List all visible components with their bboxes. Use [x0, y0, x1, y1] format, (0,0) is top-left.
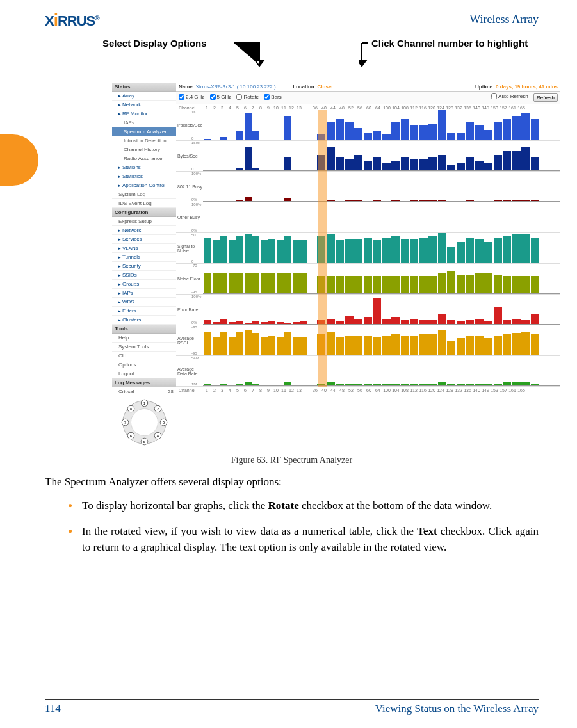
bar[interactable]	[466, 238, 474, 263]
refresh-button[interactable]: Refresh	[533, 93, 558, 102]
bar[interactable]	[475, 336, 484, 355]
bar[interactable]	[293, 337, 300, 355]
bar[interactable]	[277, 240, 284, 263]
bar[interactable]	[428, 157, 437, 171]
bar[interactable]	[419, 334, 428, 355]
sidebar-item[interactable]: Channel History	[112, 145, 176, 154]
bar[interactable]	[438, 110, 446, 140]
bar[interactable]	[447, 247, 455, 263]
bar[interactable]	[475, 273, 484, 294]
bar[interactable]	[213, 273, 220, 294]
bar[interactable]	[213, 240, 220, 263]
bar[interactable]	[236, 273, 243, 294]
bar[interactable]	[428, 236, 437, 263]
bar[interactable]	[252, 131, 259, 140]
bar[interactable]	[382, 336, 391, 355]
bar[interactable]	[336, 119, 344, 140]
bar[interactable]	[521, 332, 530, 355]
bar[interactable]	[261, 273, 268, 294]
bar[interactable]	[220, 236, 227, 263]
bar[interactable]	[475, 161, 484, 171]
bar[interactable]	[300, 240, 307, 263]
bar[interactable]	[204, 273, 211, 294]
sidebar-item[interactable]: RF Monitor	[112, 109, 176, 118]
bar[interactable]	[512, 116, 521, 140]
bar[interactable]	[531, 334, 539, 355]
bar[interactable]	[300, 337, 307, 355]
bar[interactable]	[327, 332, 335, 355]
bar[interactable]	[503, 119, 511, 140]
sidebar-item[interactable]: IAPs	[112, 289, 176, 298]
bar[interactable]	[229, 240, 236, 263]
bar[interactable]	[410, 239, 418, 263]
bar[interactable]	[373, 157, 381, 171]
channel-footer[interactable]: Channel123456789101112133640444852566064…	[176, 387, 560, 392]
bar[interactable]	[252, 236, 259, 263]
bar[interactable]	[261, 337, 268, 355]
bar[interactable]	[503, 334, 511, 355]
bar[interactable]	[345, 276, 354, 294]
bar[interactable]	[457, 242, 465, 263]
bar[interactable]	[428, 124, 437, 140]
bar[interactable]	[438, 273, 446, 294]
bar[interactable]	[277, 273, 284, 294]
bar[interactable]	[236, 131, 243, 140]
sidebar-item[interactable]: CLI	[112, 352, 176, 360]
checkbox-bars[interactable]: Bars	[264, 94, 281, 100]
sidebar-item[interactable]: System Tools	[112, 343, 176, 352]
bar[interactable]	[364, 238, 372, 263]
sidebar-item[interactable]: WDS	[112, 298, 176, 307]
bar[interactable]	[494, 155, 502, 171]
sidebar-item[interactable]: Tunnels	[112, 253, 176, 262]
bar[interactable]	[447, 341, 455, 355]
bar[interactable]	[327, 147, 335, 171]
bar[interactable]	[428, 334, 437, 355]
sidebar-item[interactable]: Intrusion Detection	[112, 136, 176, 145]
bar[interactable]	[438, 314, 446, 325]
bar[interactable]	[345, 316, 354, 325]
bar[interactable]	[354, 276, 362, 294]
bar[interactable]	[345, 159, 354, 171]
bar[interactable]	[466, 336, 474, 355]
bar[interactable]	[252, 273, 259, 294]
bar[interactable]	[531, 276, 539, 294]
bar[interactable]	[521, 234, 530, 263]
sidebar-item[interactable]: Express Setup	[112, 217, 176, 226]
bar[interactable]	[261, 240, 268, 263]
bar[interactable]	[364, 336, 372, 355]
sidebar-item[interactable]: Radio Assurance	[112, 154, 176, 163]
bar[interactable]	[494, 238, 502, 263]
bar[interactable]	[401, 157, 409, 171]
channel-header[interactable]: Channel123456789101112133640444852566064…	[176, 104, 560, 110]
sidebar-item[interactable]: Groups	[112, 280, 176, 289]
bar[interactable]	[391, 236, 400, 263]
bar[interactable]	[484, 130, 492, 140]
bar[interactable]	[503, 236, 511, 263]
bar[interactable]	[327, 276, 335, 294]
bar[interactable]	[466, 157, 474, 171]
bar[interactable]	[512, 333, 521, 355]
sidebar-item[interactable]: System Log	[112, 190, 176, 199]
bar[interactable]	[236, 236, 243, 263]
bar[interactable]	[373, 240, 381, 263]
bar[interactable]	[503, 151, 511, 171]
bar[interactable]	[457, 275, 465, 294]
bar[interactable]	[475, 125, 484, 141]
bar[interactable]	[277, 337, 284, 355]
bar[interactable]	[410, 125, 418, 141]
bar[interactable]	[336, 337, 344, 355]
bar[interactable]	[410, 276, 418, 294]
bar[interactable]	[484, 338, 492, 355]
bar[interactable]	[401, 119, 409, 140]
bar[interactable]	[494, 336, 502, 355]
bar[interactable]	[245, 113, 252, 140]
bar[interactable]	[521, 113, 530, 140]
bar[interactable]	[345, 239, 354, 263]
bar[interactable]	[494, 122, 502, 140]
sidebar-item[interactable]: Network	[112, 101, 176, 109]
bar[interactable]	[512, 151, 521, 171]
bar[interactable]	[293, 273, 300, 294]
sidebar-item[interactable]: Filters	[112, 307, 176, 316]
bar[interactable]	[345, 122, 354, 140]
bar[interactable]	[457, 338, 465, 355]
